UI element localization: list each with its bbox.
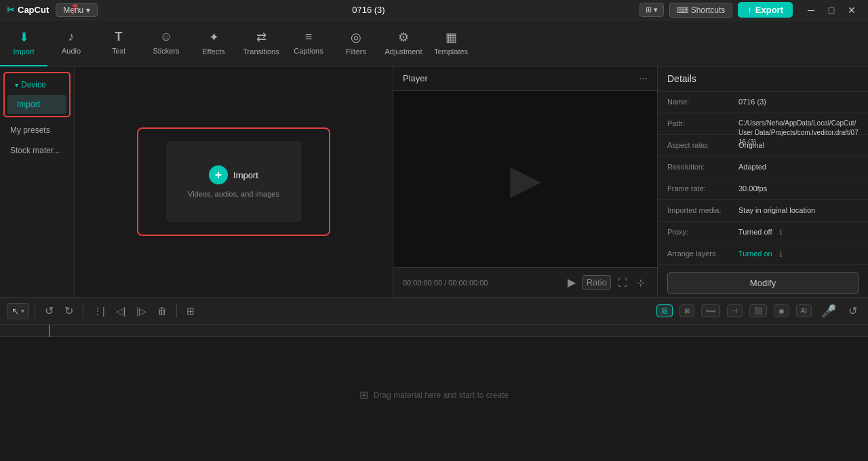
effects-icon: ✦ — [209, 30, 219, 45]
middle-row: ▾ Device Import My presets Stock mater..… — [0, 66, 868, 297]
player-ctrl-buttons: ▶ Ratio ⛶ ⊹ — [565, 273, 648, 292]
logo-text: CapCut — [18, 5, 49, 15]
detail-arrange-label: Arrange layers — [667, 249, 738, 258]
stickers-icon: ☺ — [160, 30, 172, 44]
toolbar-audio[interactable]: ♪ Audio — [47, 20, 95, 66]
fit-button[interactable]: Ratio — [583, 275, 611, 289]
filters-icon: ◎ — [351, 30, 361, 45]
toolbar-captions[interactable]: ≡ Captions — [285, 20, 332, 66]
toolbar-filters[interactable]: ◎ Filters — [332, 20, 380, 66]
toolbar-import[interactable]: ⬇ Import — [0, 20, 47, 66]
fullscreen-button[interactable]: ⛶ — [615, 275, 630, 291]
details-header: Details — [658, 66, 868, 92]
sidebar-highlight: ▾ Device Import — [3, 72, 71, 117]
detail-resolution-value: Adapted — [738, 162, 859, 172]
chevron-down-icon: ▾ — [15, 81, 18, 89]
import-drop-zone[interactable]: + Import Videos, audios, and images — [137, 127, 330, 236]
detail-imported-media-row: Imported media: Stay in original locatio… — [658, 200, 868, 222]
toolbar-templates[interactable]: ▦ Templates — [427, 20, 475, 66]
zoom-button[interactable]: ⊹ — [634, 275, 648, 291]
timeline-area: ⊞ Drag material here and start to create — [0, 324, 868, 453]
text-icon: T — [115, 30, 123, 44]
toolbar-text[interactable]: T Text — [95, 20, 142, 66]
maximize-button[interactable]: □ — [822, 1, 841, 20]
sidebar-item-my-presets[interactable]: My presets — [3, 121, 71, 140]
sidebar-item-stock[interactable]: Stock mater... — [3, 141, 71, 160]
time-current: 00:00:00:00 — [403, 279, 442, 287]
topbar-right: ⊞ ▾ ⌨ Shortcuts ↑ Export ─ □ ✕ — [639, 1, 868, 20]
sidebar-item-device[interactable]: ▾ Device — [8, 75, 66, 94]
grid-button[interactable]: ⊞ — [182, 303, 199, 319]
window-controls: ─ □ ✕ — [798, 1, 861, 20]
settings-button[interactable]: ↺ — [844, 302, 861, 320]
detail-arrange-info-icon[interactable]: ℹ — [779, 249, 783, 259]
trim-left-button[interactable]: ◁| — [112, 303, 130, 319]
timeline-ruler — [0, 325, 868, 337]
toolbar-import-label: Import — [13, 47, 34, 56]
import-area: + Import Videos, audios, and images — [75, 66, 393, 297]
delete-button[interactable]: 🗑 — [153, 303, 171, 319]
topbar: ✂ CapCut Menu ▾ ↗ 0716 (3) ⊞ ▾ ⌨ Shortcu… — [0, 0, 868, 20]
layout-button[interactable]: ⊞ ▾ — [639, 3, 664, 17]
close-button[interactable]: ✕ — [842, 1, 861, 20]
toolbar-transitions[interactable]: ⇄ Transitions — [237, 20, 285, 66]
detail-path-row: Path: C:/Users/Neha/AppData/Local/CapCut… — [658, 113, 868, 135]
player-screen: ▶ — [393, 91, 657, 267]
selector-tool[interactable]: ↖ ▾ — [7, 303, 29, 319]
cursor-icon: ↖ — [12, 306, 20, 317]
undo-button[interactable]: ↺ — [41, 302, 58, 320]
align-button[interactable]: ⟺ — [701, 304, 720, 317]
device-label: Device — [21, 80, 46, 89]
toolbar-adjustment-label: Adjustment — [384, 47, 422, 56]
right-controls: ⛓ ⊠ ⟺ ⊣ ⬛ ◉ AI 🎤 ↺ — [655, 301, 861, 321]
split-button[interactable]: ⋮| — [89, 303, 109, 319]
modify-button[interactable]: Modify — [667, 272, 859, 294]
toolbar-adjustment[interactable]: ⚙ Adjustment — [380, 20, 427, 66]
player-header: Player ⋯ — [393, 66, 657, 91]
toolbar-stickers[interactable]: ☺ Stickers — [142, 20, 190, 66]
shortcuts-label: Shortcuts — [691, 5, 726, 15]
detail-framerate-row: Frame rate: 30.00fps — [658, 178, 868, 200]
toolbar-text-label: Text — [112, 47, 125, 55]
import-sublabel: Videos, audios, and images — [188, 190, 279, 198]
ai-button[interactable]: AI — [796, 304, 812, 317]
stock-label: Stock mater... — [10, 146, 60, 155]
redo-button[interactable]: ↻ — [60, 302, 77, 320]
player-controls: 00:00:00:00 / 00:00:00:00 ▶ Ratio ⛶ ⊹ — [393, 267, 657, 297]
sidebar-item-import[interactable]: Import — [7, 95, 66, 114]
minimize-button[interactable]: ─ — [802, 1, 821, 20]
mic-button[interactable]: 🎤 — [817, 301, 840, 321]
details-panel: Details Name: 0716 (3) Path: C:/Users/Ne… — [658, 66, 868, 297]
color-match-button[interactable]: ◉ — [774, 304, 789, 317]
detail-aspect-value: Original — [738, 140, 859, 151]
detail-proxy-row: Proxy: Turned off ℹ — [658, 222, 868, 243]
detail-aspect-row: Aspect ratio: Original — [658, 135, 868, 157]
player-panel: Player ⋯ ▶ 00:00:00:00 / 00:00:00:00 ▶ R… — [393, 66, 658, 297]
main-toolbar: ⬇ Import ♪ Audio T Text ☺ Stickers ✦ Eff… — [0, 20, 868, 66]
center-align-button[interactable]: ⊣ — [727, 304, 743, 317]
project-title: 0716 (3) — [98, 5, 639, 15]
import-sidebar-label: Import — [17, 100, 40, 109]
toolbar-filters-label: Filters — [346, 47, 366, 56]
player-menu-icon[interactable]: ⋯ — [639, 74, 648, 83]
detail-arrange-row: Arrange layers Turned on ℹ — [658, 243, 868, 265]
export-button[interactable]: ↑ Export — [738, 2, 793, 18]
separator2 — [83, 304, 83, 318]
split-all-button[interactable]: ⊠ — [679, 304, 694, 317]
detail-arrange-value: Turned on — [738, 249, 772, 259]
trim-right-button[interactable]: |▷ — [132, 303, 151, 319]
toolbar-effects[interactable]: ✦ Effects — [190, 20, 237, 66]
toolbar-effects-label: Effects — [202, 47, 224, 56]
link-video-audio-button[interactable]: ⛓ — [656, 304, 673, 317]
timeline-content: ⊞ Drag material here and start to create — [0, 337, 868, 453]
play-button[interactable]: ▶ — [565, 273, 578, 292]
freeze-frame-button[interactable]: ⬛ — [749, 304, 767, 317]
toolbar-captions-label: Captions — [294, 47, 323, 55]
shortcuts-button[interactable]: ⌨ Shortcuts — [669, 3, 733, 18]
captions-icon: ≡ — [305, 30, 313, 44]
detail-arrange-group: Turned on ℹ — [738, 249, 783, 259]
detail-proxy-info-icon[interactable]: ℹ — [779, 228, 783, 237]
templates-icon: ▦ — [446, 30, 457, 45]
menu-button[interactable]: Menu ▾ — [56, 3, 98, 17]
detail-proxy-value: Turned off — [738, 227, 772, 237]
